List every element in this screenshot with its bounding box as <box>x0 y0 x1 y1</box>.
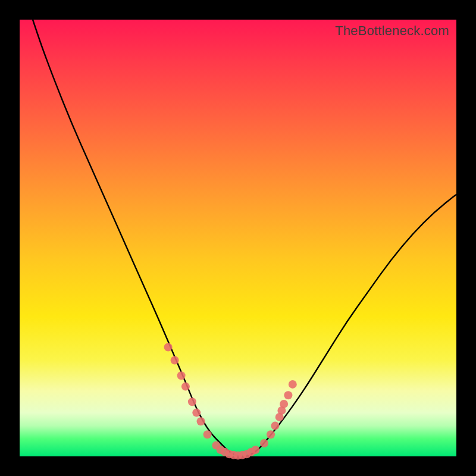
marker-dot <box>271 422 279 430</box>
marker-dot <box>251 446 259 454</box>
marker-dot <box>181 383 190 391</box>
marker-dot <box>171 356 179 365</box>
marker-dot <box>267 430 275 439</box>
marker-dot <box>177 371 186 380</box>
bottleneck-curve <box>33 20 456 456</box>
marker-dot <box>203 430 212 439</box>
chart-overlay <box>20 20 456 456</box>
marker-dot <box>280 400 288 408</box>
marker-dot <box>188 397 196 406</box>
marker-dot <box>192 409 201 417</box>
marker-dot <box>289 380 297 389</box>
marker-dot <box>164 343 173 352</box>
marker-dot <box>197 417 205 425</box>
sample-points <box>164 343 297 460</box>
chart-frame: TheBottleneck.com <box>0 0 476 476</box>
marker-dot <box>260 439 268 447</box>
marker-dot <box>284 391 292 399</box>
plot-area: TheBottleneck.com <box>20 20 456 456</box>
